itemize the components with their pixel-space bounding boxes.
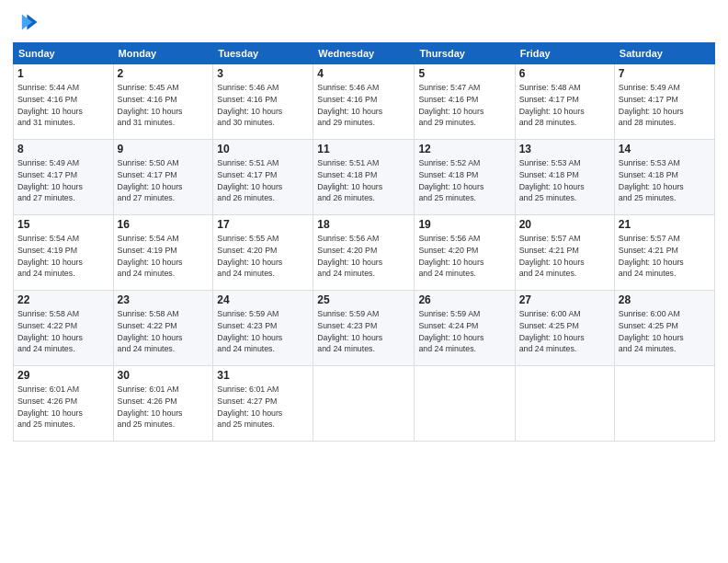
- day-detail: Sunrise: 5:59 AM Sunset: 4:24 PM Dayligh…: [418, 308, 510, 355]
- calendar-cell: 30 Sunrise: 6:01 AM Sunset: 4:26 PM Dayl…: [113, 366, 213, 442]
- calendar-cell: [313, 366, 415, 442]
- day-detail: Sunrise: 5:49 AM Sunset: 4:17 PM Dayligh…: [619, 82, 711, 129]
- day-detail: Sunrise: 5:47 AM Sunset: 4:16 PM Dayligh…: [418, 82, 510, 129]
- day-number: 10: [217, 143, 309, 155]
- day-number: 7: [619, 67, 711, 80]
- day-number: 5: [418, 67, 510, 80]
- logo-icon: [13, 9, 39, 35]
- calendar-cell: 15 Sunrise: 5:54 AM Sunset: 4:19 PM Dayl…: [14, 215, 114, 291]
- week-row-2: 8 Sunrise: 5:49 AM Sunset: 4:17 PM Dayli…: [14, 140, 715, 215]
- calendar-cell: 12 Sunrise: 5:52 AM Sunset: 4:18 PM Dayl…: [415, 140, 515, 215]
- calendar-cell: 22 Sunrise: 5:58 AM Sunset: 4:22 PM Dayl…: [14, 291, 114, 366]
- calendar-cell: 5 Sunrise: 5:47 AM Sunset: 4:16 PM Dayli…: [415, 64, 515, 140]
- day-header-sunday: Sunday: [14, 43, 114, 64]
- calendar-cell: 2 Sunrise: 5:45 AM Sunset: 4:16 PM Dayli…: [113, 64, 213, 140]
- day-detail: Sunrise: 6:01 AM Sunset: 4:27 PM Dayligh…: [217, 384, 309, 431]
- day-header-monday: Monday: [113, 43, 213, 64]
- day-detail: Sunrise: 5:56 AM Sunset: 4:20 PM Dayligh…: [317, 233, 410, 280]
- calendar-cell: 19 Sunrise: 5:56 AM Sunset: 4:20 PM Dayl…: [415, 215, 515, 291]
- day-detail: Sunrise: 5:53 AM Sunset: 4:18 PM Dayligh…: [619, 157, 711, 204]
- day-detail: Sunrise: 6:00 AM Sunset: 4:25 PM Dayligh…: [619, 308, 711, 355]
- calendar-cell: 26 Sunrise: 5:59 AM Sunset: 4:24 PM Dayl…: [415, 291, 515, 366]
- day-number: 16: [118, 218, 210, 231]
- day-detail: Sunrise: 5:57 AM Sunset: 4:21 PM Dayligh…: [619, 233, 711, 280]
- day-detail: Sunrise: 5:46 AM Sunset: 4:16 PM Dayligh…: [217, 82, 309, 129]
- day-number: 12: [418, 143, 510, 155]
- day-detail: Sunrise: 5:55 AM Sunset: 4:20 PM Dayligh…: [217, 233, 309, 280]
- day-number: 14: [619, 143, 711, 155]
- day-detail: Sunrise: 5:51 AM Sunset: 4:18 PM Dayligh…: [317, 157, 410, 204]
- calendar-cell: 7 Sunrise: 5:49 AM Sunset: 4:17 PM Dayli…: [614, 64, 714, 140]
- calendar-cell: 28 Sunrise: 6:00 AM Sunset: 4:25 PM Dayl…: [614, 291, 714, 366]
- day-number: 20: [519, 218, 610, 231]
- day-number: 2: [118, 67, 210, 80]
- day-number: 1: [17, 67, 109, 80]
- day-number: 3: [217, 67, 309, 80]
- day-detail: Sunrise: 6:00 AM Sunset: 4:25 PM Dayligh…: [519, 308, 610, 355]
- calendar-cell: 20 Sunrise: 5:57 AM Sunset: 4:21 PM Dayl…: [515, 215, 614, 291]
- calendar-cell: 1 Sunrise: 5:44 AM Sunset: 4:16 PM Dayli…: [14, 64, 114, 140]
- day-detail: Sunrise: 5:50 AM Sunset: 4:17 PM Dayligh…: [118, 157, 210, 204]
- day-detail: Sunrise: 5:53 AM Sunset: 4:18 PM Dayligh…: [519, 157, 610, 204]
- day-number: 30: [118, 369, 210, 382]
- day-number: 13: [519, 143, 610, 155]
- day-detail: Sunrise: 5:58 AM Sunset: 4:22 PM Dayligh…: [17, 308, 109, 355]
- day-detail: Sunrise: 6:01 AM Sunset: 4:26 PM Dayligh…: [118, 384, 210, 431]
- day-number: 23: [118, 293, 210, 306]
- day-detail: Sunrise: 5:44 AM Sunset: 4:16 PM Dayligh…: [17, 82, 109, 129]
- day-detail: Sunrise: 5:45 AM Sunset: 4:16 PM Dayligh…: [118, 82, 210, 129]
- day-detail: Sunrise: 6:01 AM Sunset: 4:26 PM Dayligh…: [17, 384, 109, 431]
- day-detail: Sunrise: 5:51 AM Sunset: 4:17 PM Dayligh…: [217, 157, 309, 204]
- day-number: 27: [519, 293, 610, 306]
- calendar-cell: 14 Sunrise: 5:53 AM Sunset: 4:18 PM Dayl…: [614, 140, 714, 215]
- day-number: 25: [317, 293, 410, 306]
- calendar-cell: 13 Sunrise: 5:53 AM Sunset: 4:18 PM Dayl…: [515, 140, 614, 215]
- calendar-cell: 27 Sunrise: 6:00 AM Sunset: 4:25 PM Dayl…: [515, 291, 614, 366]
- day-number: 9: [118, 143, 210, 155]
- day-detail: Sunrise: 5:57 AM Sunset: 4:21 PM Dayligh…: [519, 233, 610, 280]
- logo: [13, 9, 42, 35]
- day-number: 29: [17, 369, 109, 382]
- calendar-cell: 16 Sunrise: 5:54 AM Sunset: 4:19 PM Dayl…: [113, 215, 213, 291]
- day-number: 24: [217, 293, 309, 306]
- day-number: 18: [317, 218, 410, 231]
- calendar-cell: 21 Sunrise: 5:57 AM Sunset: 4:21 PM Dayl…: [614, 215, 714, 291]
- day-detail: Sunrise: 5:48 AM Sunset: 4:17 PM Dayligh…: [519, 82, 610, 129]
- calendar-cell: 31 Sunrise: 6:01 AM Sunset: 4:27 PM Dayl…: [213, 366, 313, 442]
- calendar-cell: 24 Sunrise: 5:59 AM Sunset: 4:23 PM Dayl…: [213, 291, 313, 366]
- day-detail: Sunrise: 5:58 AM Sunset: 4:22 PM Dayligh…: [118, 308, 210, 355]
- day-number: 26: [418, 293, 510, 306]
- day-detail: Sunrise: 5:49 AM Sunset: 4:17 PM Dayligh…: [17, 157, 109, 204]
- day-number: 22: [17, 293, 109, 306]
- day-header-saturday: Saturday: [614, 43, 714, 64]
- day-detail: Sunrise: 5:59 AM Sunset: 4:23 PM Dayligh…: [217, 308, 309, 355]
- day-number: 6: [519, 67, 610, 80]
- calendar-cell: [515, 366, 614, 442]
- day-header-friday: Friday: [515, 43, 614, 64]
- calendar-cell: 10 Sunrise: 5:51 AM Sunset: 4:17 PM Dayl…: [213, 140, 313, 215]
- day-detail: Sunrise: 5:52 AM Sunset: 4:18 PM Dayligh…: [418, 157, 510, 204]
- week-row-3: 15 Sunrise: 5:54 AM Sunset: 4:19 PM Dayl…: [14, 215, 715, 291]
- day-detail: Sunrise: 5:59 AM Sunset: 4:23 PM Dayligh…: [317, 308, 410, 355]
- calendar-cell: [415, 366, 515, 442]
- calendar-cell: 25 Sunrise: 5:59 AM Sunset: 4:23 PM Dayl…: [313, 291, 415, 366]
- calendar-cell: 17 Sunrise: 5:55 AM Sunset: 4:20 PM Dayl…: [213, 215, 313, 291]
- calendar-cell: 11 Sunrise: 5:51 AM Sunset: 4:18 PM Dayl…: [313, 140, 415, 215]
- day-detail: Sunrise: 5:54 AM Sunset: 4:19 PM Dayligh…: [118, 233, 210, 280]
- day-number: 21: [619, 218, 711, 231]
- day-number: 28: [619, 293, 711, 306]
- calendar-cell: 3 Sunrise: 5:46 AM Sunset: 4:16 PM Dayli…: [213, 64, 313, 140]
- day-number: 17: [217, 218, 309, 231]
- header: [13, 9, 715, 35]
- calendar-cell: 29 Sunrise: 6:01 AM Sunset: 4:26 PM Dayl…: [14, 366, 114, 442]
- calendar-cell: 9 Sunrise: 5:50 AM Sunset: 4:17 PM Dayli…: [113, 140, 213, 215]
- day-header-tuesday: Tuesday: [213, 43, 313, 64]
- calendar-cell: 23 Sunrise: 5:58 AM Sunset: 4:22 PM Dayl…: [113, 291, 213, 366]
- week-row-1: 1 Sunrise: 5:44 AM Sunset: 4:16 PM Dayli…: [14, 64, 715, 140]
- week-row-4: 22 Sunrise: 5:58 AM Sunset: 4:22 PM Dayl…: [14, 291, 715, 366]
- day-detail: Sunrise: 5:54 AM Sunset: 4:19 PM Dayligh…: [17, 233, 109, 280]
- day-number: 11: [317, 143, 410, 155]
- day-detail: Sunrise: 5:46 AM Sunset: 4:16 PM Dayligh…: [317, 82, 410, 129]
- calendar-cell: 18 Sunrise: 5:56 AM Sunset: 4:20 PM Dayl…: [313, 215, 415, 291]
- day-number: 19: [418, 218, 510, 231]
